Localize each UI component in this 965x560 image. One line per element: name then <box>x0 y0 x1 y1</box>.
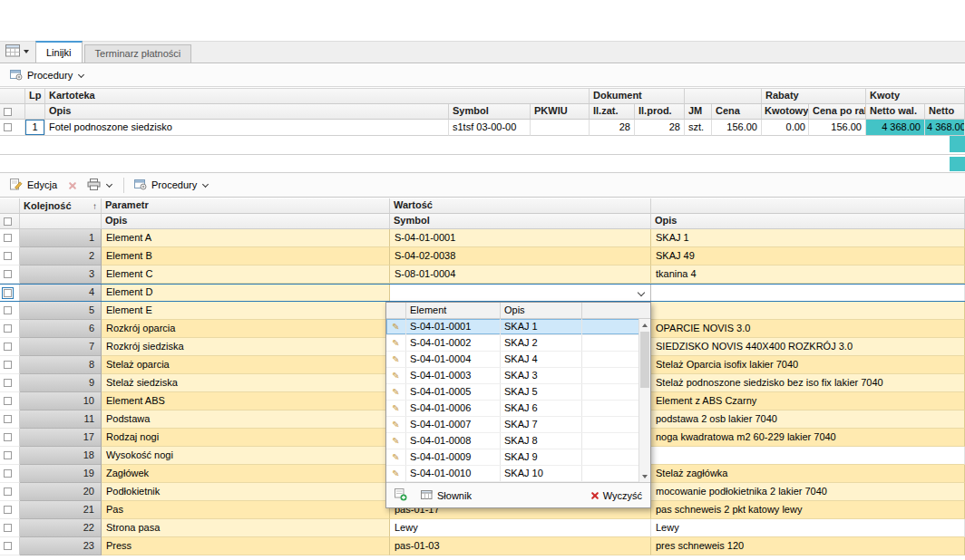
opis-cell[interactable]: Stelaż zagłówka <box>651 465 965 483</box>
print-button[interactable] <box>82 177 119 194</box>
group-header-rabaty[interactable]: Rabaty <box>762 89 866 104</box>
checkbox[interactable] <box>4 252 12 260</box>
tab-linijki[interactable]: Linijki <box>35 41 83 63</box>
parametr-cell[interactable]: Zagłówek <box>102 465 390 483</box>
checkbox[interactable] <box>4 234 12 242</box>
dropdown-item[interactable]: ✎ S-04-01-0008 SKAJ 8 <box>386 433 650 449</box>
procedury-button[interactable]: Procedury <box>5 67 91 84</box>
chevron-down-icon[interactable] <box>638 289 645 296</box>
kolejnosc-cell[interactable]: 6 <box>20 320 102 338</box>
checkbox[interactable] <box>4 488 12 496</box>
row-select-cell[interactable] <box>0 285 20 301</box>
pkwiu-cell[interactable] <box>531 120 590 136</box>
netto-wal-cell[interactable]: 4 368.00 <box>866 120 925 136</box>
row-select-cell[interactable] <box>0 356 20 374</box>
dropdown-item[interactable]: ✎ S-04-01-0010 SKAJ 10 <box>386 466 650 482</box>
checkbox[interactable] <box>4 433 12 441</box>
opis-cell[interactable]: Stelaż podnoszone siedzisko bez iso fix … <box>651 374 965 392</box>
opis-cell[interactable]: SIEDZISKO NOVIS 440X400 ROZKRÓJ 3.0 <box>651 338 965 356</box>
col-header-wartosc[interactable]: Wartość <box>390 198 651 214</box>
symbol-edit-combo[interactable] <box>390 285 651 301</box>
col-header-cena-po-rab[interactable]: Cena po rab <box>809 104 866 120</box>
symbol-cell[interactable]: S-04-02-0038 <box>390 247 651 266</box>
parametr-cell[interactable]: Rozkrój oparcia <box>102 320 390 338</box>
col-header-netto-wal[interactable]: Netto wal. <box>866 104 925 120</box>
opis-cell[interactable]: tkanina 4 <box>651 266 965 284</box>
parametr-cell[interactable]: Wysokość nogi <box>102 447 390 465</box>
col-header-il-zat[interactable]: Il.zat. <box>590 104 635 120</box>
kolejnosc-cell[interactable]: 5 <box>20 302 102 320</box>
checkbox[interactable] <box>4 270 12 278</box>
col-header-opis[interactable]: Opis <box>45 104 449 120</box>
symbol-cell[interactable]: S-08-01-0004 <box>390 266 651 284</box>
opis-cell[interactable]: SKAJ 1 <box>651 229 965 247</box>
opis-cell[interactable]: mocowanie podłokietnika 2 lakier 7040 <box>651 483 965 501</box>
scrollbar-thumb[interactable] <box>640 332 649 388</box>
param-row-editing[interactable]: 4 Element D <box>0 284 965 302</box>
kolejnosc-cell[interactable]: 4 <box>20 285 102 301</box>
col-header-wartosc-symbol[interactable]: Symbol <box>390 214 651 229</box>
kolejnosc-cell[interactable]: 9 <box>20 374 102 392</box>
checkbox[interactable] <box>4 324 12 333</box>
checkbox[interactable] <box>4 451 12 459</box>
param-row[interactable]: 23 Press pas-01-03 pres schneweis 120 <box>0 537 965 555</box>
parametr-cell[interactable]: Element B <box>102 247 390 266</box>
checkbox[interactable] <box>4 343 12 351</box>
col-header-jm[interactable]: JM <box>685 104 712 120</box>
cena-cell[interactable]: 156.00 <box>712 120 762 136</box>
col-header-kolejnosc[interactable]: Kolejność ↑ <box>20 198 102 214</box>
add-dictionary-entry-button[interactable] <box>391 487 411 505</box>
select-all-checkbox-cell[interactable] <box>0 214 20 229</box>
parametr-cell[interactable]: Element ABS <box>102 392 390 410</box>
param-row[interactable]: 1 Element A S-04-01-0001 SKAJ 1 <box>0 229 965 247</box>
parametr-cell[interactable]: Podstawa <box>102 410 390 429</box>
opis-cell[interactable]: OPARCIE NOVIS 3.0 <box>651 320 965 338</box>
col-header-cena[interactable]: Cena <box>712 104 762 120</box>
col-header-pkwiu[interactable]: PKWIU <box>531 104 590 120</box>
lp-cell[interactable]: 1 <box>25 120 45 136</box>
checkbox[interactable] <box>4 469 12 478</box>
symbol-cell[interactable]: S-04-01-0001 <box>390 229 651 247</box>
checkbox[interactable] <box>4 123 12 131</box>
opis-cell[interactable] <box>651 285 965 301</box>
row-select-cell[interactable] <box>0 302 20 320</box>
checkbox[interactable] <box>4 379 12 387</box>
kwotowy-cell[interactable]: 0.00 <box>762 120 809 136</box>
symbol-cell[interactable]: pas-01-03 <box>390 537 651 555</box>
group-header-dokument[interactable]: Dokument <box>590 89 685 104</box>
wyczysc-button[interactable]: Wyczyść <box>587 488 646 503</box>
dropdown-item[interactable]: ✎ S-04-01-0006 SKAJ 6 <box>386 401 650 417</box>
dropdown-item[interactable]: ✎ S-04-01-0007 SKAJ 7 <box>386 417 650 433</box>
col-header-symbol[interactable]: Symbol <box>449 104 531 120</box>
dropdown-col-header-opis[interactable]: Opis <box>501 303 582 318</box>
opis-cell[interactable] <box>651 302 965 320</box>
dropdown-item[interactable]: ✎ S-04-01-0003 SKAJ 3 <box>386 368 650 384</box>
group-header-kartoteka[interactable]: Kartoteka <box>45 89 590 104</box>
parametr-cell[interactable]: Element C <box>102 266 390 284</box>
opis-cell[interactable]: Stelaż Oparcia isofix lakier 7040 <box>651 356 965 374</box>
col-header-parametr-opis[interactable]: Opis <box>102 214 390 229</box>
chevron-down-icon[interactable] <box>24 50 29 53</box>
checkbox[interactable] <box>4 306 12 314</box>
scroll-up-button[interactable] <box>639 319 650 331</box>
opis-cell[interactable]: noga kwadratowa m2 60-229 lakier 7040 <box>651 429 965 447</box>
netto-cell[interactable]: 4 368.00 <box>925 120 965 136</box>
slownik-button[interactable]: Słownik <box>417 488 475 504</box>
checkbox[interactable] <box>4 524 12 532</box>
parametr-cell[interactable]: Element E <box>102 302 390 320</box>
kolejnosc-cell[interactable]: 8 <box>20 356 102 374</box>
row-select-cell[interactable] <box>0 338 20 356</box>
dropdown-item[interactable]: ✎ S-04-01-0002 SKAJ 2 <box>386 335 650 352</box>
scrollbar-thumb[interactable] <box>950 136 965 152</box>
kolejnosc-cell[interactable]: 11 <box>20 410 102 429</box>
parametr-cell[interactable]: Element A <box>102 229 390 247</box>
checkbox[interactable] <box>4 542 12 550</box>
symbol-cell[interactable]: Lewy <box>390 519 651 537</box>
checkbox[interactable] <box>4 397 12 405</box>
dropdown-item[interactable]: ✎ S-04-01-0009 SKAJ 9 <box>386 449 650 466</box>
checkbox[interactable] <box>4 415 12 423</box>
row-select-cell[interactable] <box>0 229 20 247</box>
param-row[interactable]: 2 Element B S-04-02-0038 SKAJ 49 <box>0 247 965 266</box>
kolejnosc-cell[interactable]: 21 <box>20 501 102 519</box>
parametr-cell[interactable]: Strona pasa <box>102 519 390 537</box>
